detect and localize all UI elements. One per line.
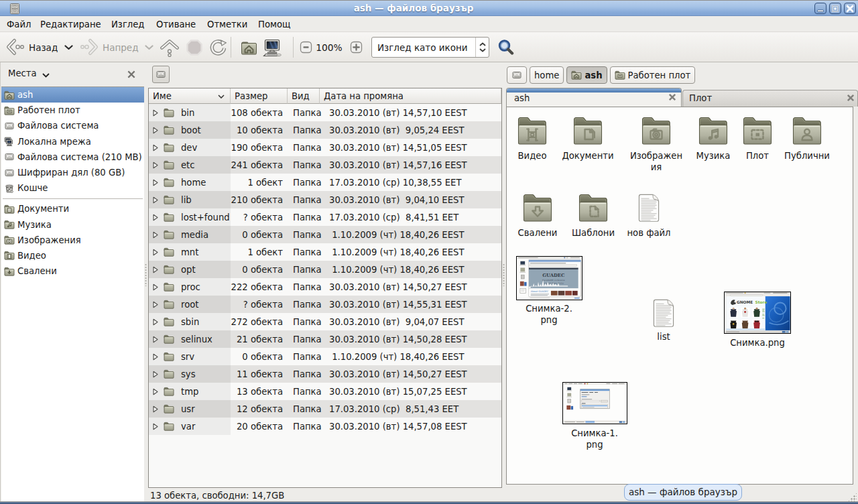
expander-icon[interactable] <box>153 423 158 430</box>
expander-icon[interactable] <box>153 405 158 413</box>
expander-icon[interactable] <box>153 336 158 343</box>
expander-icon[interactable] <box>153 284 158 291</box>
path-button-root[interactable] <box>507 66 527 84</box>
sidebar-item-Файлова система (210 MB)[interactable]: Файлова система (210 MB) <box>1 149 144 165</box>
tab-ash[interactable]: ash <box>506 88 682 107</box>
file-row-lib[interactable]: lib210 обектаПапка30.03.2010 (вт) 9,04,1… <box>149 191 501 208</box>
icon-label: Снимка.png <box>717 337 798 349</box>
expander-icon[interactable] <box>153 162 158 169</box>
back-button[interactable]: Назад <box>5 32 73 62</box>
file-row-proc[interactable]: proc222 обектаПапка30.03.2010 (вт) 14,50… <box>149 278 501 296</box>
file-row-boot[interactable]: boot10 обектаПапка30.03.2010 (вт) 9,05,2… <box>149 121 501 139</box>
file-row-var[interactable]: var20 обектаПапка30.03.2010 (вт) 14,57,0… <box>149 418 501 435</box>
expander-icon[interactable] <box>153 371 158 378</box>
sidebar-item-Работен плот[interactable]: Работен плот <box>1 103 144 118</box>
path-button-home[interactable]: home <box>530 66 564 84</box>
file-row-bin[interactable]: bin108 обектаПапка30.03.2010 (вт) 14,57,… <box>149 104 501 121</box>
expander-icon[interactable] <box>153 214 158 221</box>
view-mode-combobox[interactable]: Изглед като икони <box>371 37 489 58</box>
expander-icon[interactable] <box>153 196 158 204</box>
file-size: 20 обекта <box>231 422 288 432</box>
file-row-dev[interactable]: dev190 обектаПапка30.03.2010 (вт) 14,51,… <box>149 139 501 156</box>
titlebar[interactable]: ash — файлов браузър <box>0 0 858 16</box>
chevron-down-icon[interactable] <box>42 73 50 78</box>
expander-icon[interactable] <box>153 144 158 151</box>
icon-view-item-list[interactable]: list <box>623 298 704 329</box>
expander-icon[interactable] <box>153 127 158 134</box>
computer-button[interactable] <box>263 32 282 62</box>
svg-text:GUADEC: GUADEC <box>542 273 565 278</box>
sidebar-item-Музика[interactable]: Музика <box>1 217 144 233</box>
file-row-lost+found[interactable]: lost+found? обектаПапка17.03.2010 (ср) 8… <box>149 208 501 226</box>
file-row-root[interactable]: root? обектаПапка30.03.2010 (вт) 14,55,3… <box>149 296 501 313</box>
tab-plot[interactable]: Плот <box>682 90 858 107</box>
column-header-Размер[interactable]: Размер <box>231 88 288 104</box>
tab-close-icon[interactable] <box>668 92 678 103</box>
menu-Отиване[interactable]: Отиване <box>156 18 196 31</box>
file-row-srv[interactable]: srv0 обектаПапка 1.10.2009 (чт) 18,40,26… <box>149 348 501 365</box>
reload-button[interactable] <box>209 32 228 62</box>
file-row-media[interactable]: media0 обектаПапка 1.10.2009 (чт) 18,40,… <box>149 226 501 243</box>
menu-Помощ[interactable]: Помощ <box>258 18 290 31</box>
icon-view-item-нов файл[interactable]: нов файл <box>609 193 689 224</box>
file-row-sys[interactable]: sys11 обектаПапка30.03.2010 (вт) 14,50,2… <box>149 365 501 383</box>
tab-close-icon[interactable] <box>846 93 857 104</box>
sidebar-item-Файлова система[interactable]: Файлова система <box>1 118 144 133</box>
path-button-Работен плот[interactable]: Работен плот <box>610 66 696 84</box>
icon-view-item-Публични[interactable]: Публични <box>767 115 847 147</box>
sidebar-item-Шифриран дял (80 GB)[interactable]: Шифриран дял (80 GB) <box>1 165 144 180</box>
sidebar-item-Видео[interactable]: Видео <box>1 248 144 263</box>
expander-icon[interactable] <box>153 179 158 186</box>
expander-icon[interactable] <box>153 318 158 326</box>
file-row-sbin[interactable]: sbin272 обектаПапка30.03.2010 (вт) 9,04,… <box>149 313 501 330</box>
icon-view-item-Снимка-1.png[interactable]: Снимка-1.png <box>554 382 635 424</box>
filesystem-root-path-button[interactable] <box>152 66 170 83</box>
expander-icon[interactable] <box>153 249 158 256</box>
back-dropdown-icon[interactable] <box>64 45 73 50</box>
file-row-selinux[interactable]: selinux21 обектаПапка30.03.2010 (вт) 14,… <box>149 330 501 348</box>
expander-icon[interactable] <box>153 353 158 361</box>
column-header-Име[interactable]: Име <box>149 88 231 104</box>
file-row-usr[interactable]: usr12 обектаПапка17.03.2010 (ср) 8,51,43… <box>149 400 501 418</box>
icon-view-item-Снимка-2.png[interactable]: GUADEC the GNOME conference july 24-30th… <box>509 256 589 300</box>
column-header-Дата на промяна[interactable]: Дата на промяна <box>320 88 501 104</box>
file-row-home[interactable]: home1 обектПапка17.03.2010 (ср) 10,38,55… <box>149 174 501 191</box>
name-cell: bin <box>149 104 231 121</box>
sidebar-item-Документи[interactable]: Документи <box>1 201 144 216</box>
menu-Файл[interactable]: Файл <box>7 18 31 31</box>
icon-view-item-Снимка.png[interactable]: GNOME Store Снимка.png <box>717 292 798 334</box>
expander-icon[interactable] <box>153 231 158 239</box>
sidebar-item-Кошче[interactable]: Кошче <box>1 180 144 196</box>
zoom-out-button[interactable] <box>298 32 314 62</box>
file-name: srv <box>181 352 194 362</box>
minimize-button[interactable] <box>814 3 826 14</box>
expander-icon[interactable] <box>153 109 158 117</box>
sidebar-item-Свалени[interactable]: Свалени <box>1 263 144 279</box>
forward-button[interactable]: Напред <box>79 32 154 62</box>
sidebar-title-dropdown[interactable]: Места <box>8 68 37 78</box>
close-button[interactable] <box>844 3 856 14</box>
column-header-Вид[interactable]: Вид <box>288 88 320 104</box>
sidebar-item-Изображения[interactable]: Изображения <box>1 233 144 248</box>
combo-stepper-icon[interactable] <box>476 42 489 52</box>
zoom-in-button[interactable] <box>349 32 364 62</box>
file-row-tmp[interactable]: tmp13 обектаПапка30.03.2010 (вт) 15,07,2… <box>149 383 501 400</box>
expander-icon[interactable] <box>153 266 158 273</box>
file-row-opt[interactable]: opt0 обектаПапка 1.10.2009 (чт) 18,40,26… <box>149 261 501 278</box>
file-row-mnt[interactable]: mnt1 обектПапка 1.10.2009 (чт) 18,40,26 … <box>149 243 501 261</box>
expander-icon[interactable] <box>153 301 158 308</box>
menu-Отметки[interactable]: Отметки <box>207 18 247 31</box>
path-button-ash[interactable]: ash <box>566 66 607 84</box>
maximize-button[interactable] <box>829 3 841 14</box>
search-button[interactable] <box>497 32 515 62</box>
menu-Редактиране[interactable]: Редактиране <box>40 18 101 31</box>
sidebar-item-ash[interactable]: ash <box>1 87 144 103</box>
expander-icon[interactable] <box>153 388 158 395</box>
menu-Изглед[interactable]: Изглед <box>111 18 144 31</box>
file-row-etc[interactable]: etc241 обектаПапка30.03.2010 (вт) 14,57,… <box>149 156 501 174</box>
up-button[interactable] <box>160 32 180 62</box>
sidebar-item-Локална мрежа[interactable]: Локална мрежа <box>1 134 144 149</box>
home-button[interactable] <box>240 32 258 62</box>
sidebar-close-icon[interactable] <box>126 69 138 81</box>
file-name: bin <box>181 108 194 118</box>
